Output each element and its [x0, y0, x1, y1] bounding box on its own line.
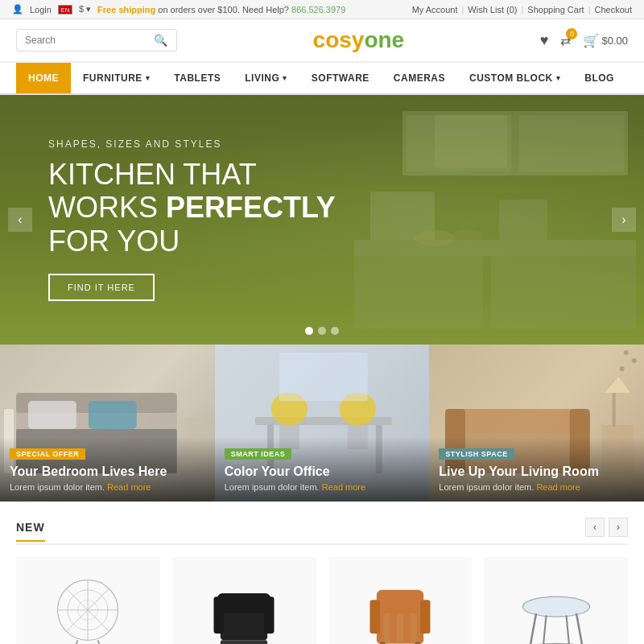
glass-table-image: [484, 557, 628, 644]
product-wire-chair[interactable]: [16, 557, 160, 644]
search-icon[interactable]: 🔍: [154, 34, 167, 47]
svg-rect-49: [221, 640, 267, 644]
svg-rect-48: [264, 597, 275, 634]
furniture-arrow: ▾: [146, 74, 151, 82]
product-black-recliner[interactable]: [172, 557, 316, 644]
section-header: NEW ‹ ›: [16, 518, 628, 545]
bedroom-read-more[interactable]: Read more: [107, 482, 151, 492]
svg-rect-47: [214, 597, 225, 634]
user-icon: 👤: [12, 4, 23, 14]
living-card[interactable]: STYLISH SPACE Live Up Your Living Room L…: [429, 345, 644, 502]
section-next-btn[interactable]: ›: [609, 518, 628, 537]
black-recliner-svg: [204, 569, 284, 644]
svg-rect-5: [491, 256, 636, 328]
hero-next-arrow[interactable]: ›: [612, 208, 636, 232]
compare-icon-btn[interactable]: ⇄ 0: [560, 33, 571, 48]
compare-badge: 0: [566, 28, 577, 39]
svg-rect-2: [519, 115, 624, 171]
nav-custom-block[interactable]: CUSTOM BLOCK ▾: [457, 63, 572, 93]
bedroom-card-title: Your Bedroom Lives Here: [10, 464, 205, 479]
hero-dots: [305, 327, 339, 335]
hero-title: KITCHEN THAT WORKS PERFECTLY FOR YOU: [48, 158, 336, 258]
logo: cosyone: [177, 27, 540, 53]
nav-living[interactable]: LIVING ▾: [233, 63, 299, 93]
nav-cameras[interactable]: CAMERAS: [382, 63, 457, 93]
bedroom-badge: SPECIAL OFFER: [10, 448, 85, 460]
checkout-link[interactable]: Checkout: [595, 5, 632, 14]
custom-block-arrow: ▾: [556, 74, 561, 82]
nav-home[interactable]: HOME: [16, 63, 71, 93]
svg-rect-31: [613, 393, 616, 427]
free-shipping-text: Free shipping on orders over $100. Need …: [97, 5, 345, 14]
office-read-more[interactable]: Read more: [322, 482, 365, 492]
hero-cta-button[interactable]: FIND IT HERE: [48, 274, 155, 301]
office-card-desc: Lorem ipsum dolor item. Read more: [225, 482, 420, 492]
section-navigation: ‹ ›: [585, 518, 628, 537]
cart-icon-btn[interactable]: 🛒 $0.00: [583, 33, 628, 48]
flag-icon: EN: [58, 5, 72, 14]
svg-line-62: [529, 613, 535, 644]
cart-price: $0.00: [601, 35, 628, 47]
svg-line-43: [72, 640, 78, 644]
top-bar-right: My Account | Wish List (0) | Shopping Ca…: [412, 5, 632, 14]
svg-rect-56: [377, 590, 423, 613]
nav-tablets[interactable]: TABLETS: [162, 63, 233, 93]
svg-point-9: [452, 229, 481, 242]
top-bar: 👤 Login EN $ ▾ Free shipping on orders o…: [0, 0, 644, 19]
glass-table-svg: [516, 569, 597, 644]
nav-furniture[interactable]: FURNITURE ▾: [71, 63, 162, 93]
wishlist-icon-btn[interactable]: ♥: [540, 32, 549, 49]
living-read-more[interactable]: Read more: [536, 482, 580, 492]
heart-icon: ♥: [540, 32, 549, 49]
office-card[interactable]: SMART IDEAS Color Your Office Lorem ipsu…: [215, 345, 430, 502]
search-input[interactable]: [25, 35, 154, 46]
navbar: HOME FURNITURE ▾ TABLETS LIVING ▾ SOFTWA…: [0, 63, 644, 95]
login-link[interactable]: Login: [30, 5, 52, 14]
header: 🔍 cosyone ♥ ⇄ 0 🛒 $0.00: [0, 19, 644, 63]
product-striped-armchair[interactable]: [328, 557, 473, 644]
striped-armchair-svg: [360, 569, 440, 644]
currency-dropdown[interactable]: $ ▾: [79, 4, 91, 14]
svg-point-35: [624, 350, 629, 355]
living-card-content: STYLISH SPACE Live Up Your Living Room L…: [429, 437, 644, 502]
svg-rect-14: [89, 401, 137, 429]
hero-content: SHAPES, SIZES AND STYLES KITCHEN THAT WO…: [0, 138, 384, 301]
search-box[interactable]: 🔍: [16, 29, 177, 52]
my-account-link[interactable]: My Account: [412, 5, 458, 14]
office-badge: SMART IDEAS: [225, 448, 292, 460]
svg-rect-57: [369, 600, 380, 634]
svg-rect-46: [217, 593, 271, 613]
hero-prev-arrow[interactable]: ‹: [8, 208, 32, 232]
hero-dot-3[interactable]: [331, 327, 339, 335]
hero-dot-1[interactable]: [305, 327, 313, 335]
hero-dot-2[interactable]: [318, 327, 326, 335]
wish-list-link[interactable]: Wish List (0): [468, 5, 517, 14]
cart-icon: 🛒: [583, 33, 599, 48]
striped-armchair-image: [328, 557, 473, 644]
products-row: [16, 557, 628, 644]
new-section: NEW ‹ ›: [0, 502, 644, 644]
product-glass-table[interactable]: [484, 557, 628, 644]
bedroom-card[interactable]: SPECIAL OFFER Your Bedroom Lives Here Lo…: [0, 345, 215, 502]
hero-slider: SHAPES, SIZES AND STYLES KITCHEN THAT WO…: [0, 95, 644, 345]
shopping-cart-link[interactable]: Shopping Cart: [527, 5, 584, 14]
svg-rect-10: [435, 115, 507, 167]
nav-blog[interactable]: BLOG: [572, 63, 626, 93]
bedroom-card-desc: Lorem ipsum dolor item. Read more: [10, 482, 205, 492]
svg-rect-58: [420, 600, 431, 634]
svg-line-63: [576, 613, 583, 644]
svg-marker-32: [605, 377, 630, 393]
svg-rect-13: [28, 401, 76, 429]
top-bar-left: 👤 Login EN $ ▾ Free shipping on orders o…: [12, 4, 345, 14]
living-card-desc: Lorem ipsum dolor item. Read more: [439, 482, 634, 492]
svg-line-65: [566, 616, 569, 645]
black-recliner-image: [172, 557, 316, 644]
svg-line-44: [98, 640, 105, 644]
living-arrow: ▾: [283, 74, 287, 82]
nav-software[interactable]: SOFTWARE: [299, 63, 382, 93]
section-title: NEW: [16, 521, 45, 542]
section-prev-btn[interactable]: ‹: [585, 518, 605, 537]
living-card-title: Live Up Your Living Room: [439, 464, 634, 479]
svg-point-8: [415, 230, 455, 246]
svg-rect-3: [354, 240, 636, 256]
